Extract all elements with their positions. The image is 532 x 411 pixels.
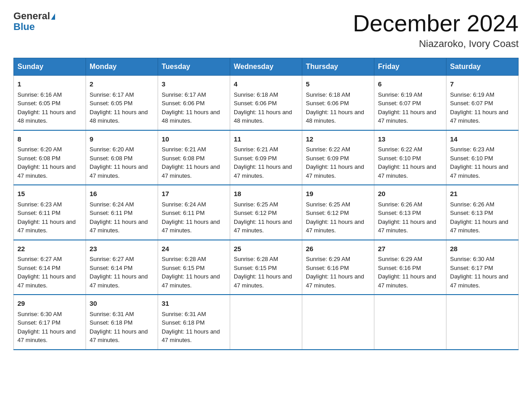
sunset-label: Sunset: 6:17 PM xyxy=(450,265,493,271)
sunrise-label: Sunrise: 6:16 AM xyxy=(17,91,62,98)
table-row: 29Sunrise: 6:30 AMSunset: 6:17 PMDayligh… xyxy=(14,295,86,350)
day-number: 2 xyxy=(90,79,154,90)
table-row xyxy=(374,295,446,350)
day-info: Sunrise: 6:23 AMSunset: 6:10 PMDaylight:… xyxy=(450,145,515,180)
table-row: 24Sunrise: 6:28 AMSunset: 6:15 PMDayligh… xyxy=(158,240,230,295)
daylight-label: Daylight: 11 hours and 47 minutes. xyxy=(378,273,436,289)
day-number: 6 xyxy=(378,79,442,90)
sunrise-label: Sunrise: 6:18 AM xyxy=(306,91,350,98)
day-number: 15 xyxy=(17,189,82,199)
daylight-label: Daylight: 11 hours and 47 minutes. xyxy=(90,218,148,234)
col-saturday: Saturday xyxy=(446,58,519,76)
day-number: 19 xyxy=(306,189,370,199)
sunset-label: Sunset: 6:10 PM xyxy=(378,155,421,162)
sunrise-label: Sunrise: 6:24 AM xyxy=(162,201,206,208)
day-info: Sunrise: 6:17 AMSunset: 6:05 PMDaylight:… xyxy=(90,90,154,125)
sunset-label: Sunset: 6:13 PM xyxy=(378,210,421,216)
table-row: 5Sunrise: 6:18 AMSunset: 6:06 PMDaylight… xyxy=(302,76,374,130)
sunset-label: Sunset: 6:14 PM xyxy=(90,265,133,271)
sunset-label: Sunset: 6:05 PM xyxy=(90,100,133,107)
sunset-label: Sunset: 6:12 PM xyxy=(306,210,349,216)
sunset-label: Sunset: 6:11 PM xyxy=(90,210,133,216)
sunrise-label: Sunrise: 6:20 AM xyxy=(17,146,62,153)
day-number: 29 xyxy=(17,299,82,309)
daylight-label: Daylight: 11 hours and 47 minutes. xyxy=(162,163,220,179)
day-number: 7 xyxy=(450,79,515,90)
day-number: 27 xyxy=(378,244,442,254)
col-monday: Monday xyxy=(86,58,158,76)
sunrise-label: Sunrise: 6:21 AM xyxy=(234,146,278,153)
table-row: 2Sunrise: 6:17 AMSunset: 6:05 PMDaylight… xyxy=(86,76,158,130)
sunset-label: Sunset: 6:08 PM xyxy=(162,155,205,162)
day-info: Sunrise: 6:19 AMSunset: 6:07 PMDaylight:… xyxy=(450,90,515,125)
col-friday: Friday xyxy=(374,58,446,76)
table-row xyxy=(302,295,374,350)
table-row: 30Sunrise: 6:31 AMSunset: 6:18 PMDayligh… xyxy=(86,295,158,350)
daylight-label: Daylight: 11 hours and 47 minutes. xyxy=(162,273,220,289)
col-sunday: Sunday xyxy=(14,58,86,76)
daylight-label: Daylight: 11 hours and 48 minutes. xyxy=(17,109,76,124)
sunrise-label: Sunrise: 6:31 AM xyxy=(162,311,206,317)
daylight-label: Daylight: 11 hours and 47 minutes. xyxy=(17,328,76,344)
daylight-label: Daylight: 11 hours and 47 minutes. xyxy=(90,328,148,344)
daylight-label: Daylight: 11 hours and 47 minutes. xyxy=(17,273,76,289)
sunrise-label: Sunrise: 6:19 AM xyxy=(378,91,422,98)
day-number: 31 xyxy=(162,299,226,309)
daylight-label: Daylight: 11 hours and 47 minutes. xyxy=(90,163,148,179)
logo: General Blue xyxy=(13,11,55,32)
sunset-label: Sunset: 6:15 PM xyxy=(234,265,277,271)
sunrise-label: Sunrise: 6:31 AM xyxy=(90,311,134,317)
daylight-label: Daylight: 11 hours and 47 minutes. xyxy=(234,218,292,234)
sunrise-label: Sunrise: 6:17 AM xyxy=(162,91,206,98)
calendar-week-row: 1Sunrise: 6:16 AMSunset: 6:05 PMDaylight… xyxy=(14,76,519,130)
day-number: 13 xyxy=(378,134,442,145)
sunset-label: Sunset: 6:06 PM xyxy=(306,100,349,107)
sunset-label: Sunset: 6:06 PM xyxy=(162,100,205,107)
day-info: Sunrise: 6:21 AMSunset: 6:09 PMDaylight:… xyxy=(234,145,298,180)
day-info: Sunrise: 6:30 AMSunset: 6:17 PMDaylight:… xyxy=(17,310,82,345)
day-info: Sunrise: 6:23 AMSunset: 6:11 PMDaylight:… xyxy=(17,200,82,235)
daylight-label: Daylight: 11 hours and 47 minutes. xyxy=(450,218,508,234)
day-number: 21 xyxy=(450,189,515,199)
daylight-label: Daylight: 11 hours and 47 minutes. xyxy=(162,328,220,344)
daylight-label: Daylight: 11 hours and 47 minutes. xyxy=(234,273,292,289)
day-info: Sunrise: 6:26 AMSunset: 6:13 PMDaylight:… xyxy=(450,200,515,235)
day-info: Sunrise: 6:24 AMSunset: 6:11 PMDaylight:… xyxy=(162,200,226,235)
day-info: Sunrise: 6:22 AMSunset: 6:09 PMDaylight:… xyxy=(306,145,370,180)
day-number: 8 xyxy=(17,134,82,145)
sunrise-label: Sunrise: 6:26 AM xyxy=(450,201,494,208)
table-row: 6Sunrise: 6:19 AMSunset: 6:07 PMDaylight… xyxy=(374,76,446,130)
daylight-label: Daylight: 11 hours and 48 minutes. xyxy=(162,109,220,124)
calendar-week-row: 15Sunrise: 6:23 AMSunset: 6:11 PMDayligh… xyxy=(14,185,519,240)
daylight-label: Daylight: 11 hours and 48 minutes. xyxy=(90,109,148,124)
sunset-label: Sunset: 6:11 PM xyxy=(162,210,205,216)
sunset-label: Sunset: 6:08 PM xyxy=(17,155,60,162)
table-row: 7Sunrise: 6:19 AMSunset: 6:07 PMDaylight… xyxy=(446,76,519,130)
sunset-label: Sunset: 6:17 PM xyxy=(17,319,60,326)
sunrise-label: Sunrise: 6:22 AM xyxy=(306,146,350,153)
table-row: 28Sunrise: 6:30 AMSunset: 6:17 PMDayligh… xyxy=(446,240,519,295)
daylight-label: Daylight: 11 hours and 47 minutes. xyxy=(234,163,292,179)
day-number: 10 xyxy=(162,134,226,145)
table-row: 18Sunrise: 6:25 AMSunset: 6:12 PMDayligh… xyxy=(230,185,302,240)
table-row: 13Sunrise: 6:22 AMSunset: 6:10 PMDayligh… xyxy=(374,130,446,185)
daylight-label: Daylight: 11 hours and 47 minutes. xyxy=(162,218,220,234)
daylight-label: Daylight: 11 hours and 47 minutes. xyxy=(17,218,76,234)
sunrise-label: Sunrise: 6:23 AM xyxy=(450,146,494,153)
calendar-week-row: 22Sunrise: 6:27 AMSunset: 6:14 PMDayligh… xyxy=(14,240,519,295)
sunrise-label: Sunrise: 6:29 AM xyxy=(306,256,350,262)
day-number: 4 xyxy=(234,79,298,90)
sunrise-label: Sunrise: 6:27 AM xyxy=(17,256,62,262)
sunset-label: Sunset: 6:05 PM xyxy=(17,100,60,107)
daylight-label: Daylight: 11 hours and 47 minutes. xyxy=(90,273,148,289)
sunset-label: Sunset: 6:16 PM xyxy=(306,265,349,271)
sunrise-label: Sunrise: 6:28 AM xyxy=(234,256,278,262)
page-header: General Blue December 2024 Niazaroko, Iv… xyxy=(13,11,519,50)
table-row xyxy=(446,295,519,350)
sunset-label: Sunset: 6:18 PM xyxy=(162,319,205,326)
sunset-label: Sunset: 6:13 PM xyxy=(450,210,493,216)
sunrise-label: Sunrise: 6:18 AM xyxy=(234,91,278,98)
sunrise-label: Sunrise: 6:30 AM xyxy=(17,311,62,317)
day-info: Sunrise: 6:28 AMSunset: 6:15 PMDaylight:… xyxy=(234,255,298,290)
day-number: 30 xyxy=(90,299,154,309)
